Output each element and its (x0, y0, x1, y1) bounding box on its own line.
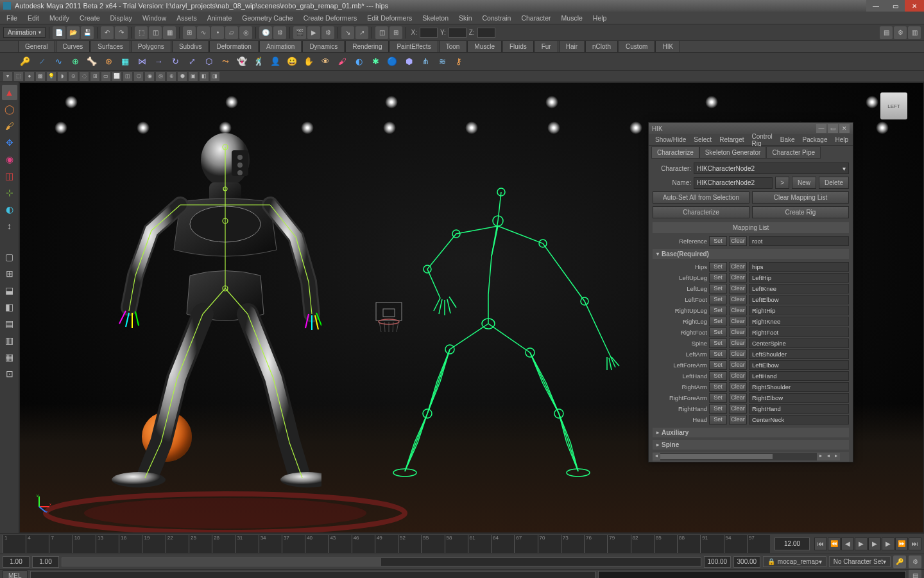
map-set-button[interactable]: Set (709, 295, 727, 304)
y-field[interactable] (449, 28, 466, 38)
joint-icon[interactable]: ⊕ (68, 55, 82, 69)
x-field[interactable] (420, 28, 438, 38)
maximize-button[interactable]: ▭ (886, 0, 905, 12)
map-clear-button[interactable]: Clear (729, 262, 747, 272)
menu-modify[interactable]: Modify (44, 12, 74, 24)
shelf-tab-surfaces[interactable]: Surfaces (90, 40, 130, 52)
face-icon[interactable]: 👁 (318, 55, 332, 69)
map-value-field[interactable]: CenterSpine (749, 338, 849, 348)
map-clear-button[interactable]: Clear (729, 295, 747, 304)
shelf-tab-polygons[interactable]: Polygons (131, 40, 171, 52)
xray-icon[interactable]: ◌ (80, 72, 89, 81)
lattice-icon[interactable]: ▦ (118, 55, 132, 69)
shelf-tab-hik[interactable]: HIK (655, 40, 680, 52)
shelf-tab-rendering[interactable]: Rendering (345, 40, 389, 52)
wireframe-icon[interactable]: ⬚ (14, 72, 23, 81)
blend-shape-icon[interactable]: ◐ (352, 55, 366, 69)
tool-settings-icon[interactable]: ⚙ (894, 26, 907, 39)
outliner-persp-icon[interactable]: ▤ (2, 316, 17, 331)
map-value-field[interactable]: RightShoulder (749, 382, 849, 392)
map-set-button[interactable]: Set (709, 328, 727, 337)
snap-plane-icon[interactable]: ▱ (225, 26, 238, 39)
shadows-icon[interactable]: ◗ (58, 72, 67, 81)
menu-create[interactable]: Create (74, 12, 105, 24)
map-set-button[interactable]: Set (709, 360, 727, 370)
menu-file[interactable]: File (1, 12, 22, 24)
map-set-button[interactable]: Set (709, 306, 727, 315)
mel-input[interactable] (30, 571, 595, 579)
mode-dropdown[interactable]: Animation (3, 27, 46, 38)
reference-clear-button[interactable]: Clear (729, 236, 747, 246)
menu-skeleton[interactable]: Skeleton (417, 12, 454, 24)
map-clear-button[interactable]: Clear (729, 404, 747, 414)
p19-icon[interactable]: ◧ (200, 72, 209, 81)
reference-field[interactable]: root (749, 236, 849, 246)
map-clear-button[interactable]: Clear (729, 393, 747, 403)
hik-menu-bake[interactable]: Bake (776, 135, 799, 144)
layout2-icon[interactable]: ⊞ (389, 26, 402, 39)
menu-character[interactable]: Character (516, 12, 556, 24)
hik-tab-skeleton-generator[interactable]: Skeleton Generator (699, 146, 767, 159)
shelf-tab-ncloth[interactable]: nCloth (585, 40, 618, 52)
map-set-button[interactable]: Set (709, 338, 727, 348)
map-clear-button[interactable]: Clear (729, 328, 747, 337)
map-clear-button[interactable]: Clear (729, 382, 747, 392)
move-tool-icon[interactable]: ✥ (2, 135, 17, 150)
shelf-tab-general[interactable]: General (18, 40, 55, 52)
menu-animate[interactable]: Animate (202, 12, 237, 24)
spine-section-header[interactable]: Spine (653, 440, 849, 450)
minimize-button[interactable]: — (866, 0, 886, 12)
menu-edit[interactable]: Edit (22, 12, 44, 24)
hik-tab-characterize[interactable]: Characterize (651, 146, 699, 159)
map-value-field[interactable]: hips (749, 262, 849, 272)
menu-help[interactable]: Help (588, 12, 612, 24)
play-back-button[interactable]: ▶ (855, 538, 868, 550)
map-clear-button[interactable]: Clear (729, 371, 747, 381)
textured-icon[interactable]: ▩ (36, 72, 45, 81)
base-section-header[interactable]: Base(Required) (653, 249, 849, 259)
render-settings-icon[interactable]: ⚙ (321, 26, 334, 39)
undo-icon[interactable]: ↶ (101, 26, 114, 39)
constraint-orient-icon[interactable]: ↻ (168, 55, 182, 69)
p15-icon[interactable]: ◎ (156, 72, 165, 81)
aux-section-header[interactable]: Auxiliary (653, 428, 849, 437)
paint-weights-icon[interactable]: 🖌 (335, 55, 349, 69)
map-set-button[interactable]: Set (709, 382, 727, 392)
step-forward-button[interactable]: ▶ (882, 538, 894, 550)
attr-editor-icon[interactable]: ▤ (880, 26, 893, 39)
scale-tool-icon[interactable]: ◫ (2, 168, 17, 184)
construction-history-icon[interactable]: ⚙ (273, 26, 286, 39)
lasso-tool-icon[interactable]: ◯ (2, 101, 17, 117)
shelf-tab-deformation[interactable]: Deformation (209, 40, 258, 52)
smooth-bind-icon[interactable]: ≋ (435, 55, 449, 69)
wrap-icon[interactable]: ⬢ (402, 55, 416, 69)
menu-constrain[interactable]: Constrain (477, 12, 516, 24)
map-set-button[interactable]: Set (709, 371, 727, 381)
rotate-tool-icon[interactable]: ◉ (2, 152, 17, 167)
hik-menu-retarget[interactable]: Retarget (715, 135, 748, 144)
hik-tab-character-pipe[interactable]: Character Pipe (766, 146, 821, 159)
map-value-field[interactable]: RightElbow (749, 393, 849, 403)
shaded-icon[interactable]: ● (25, 72, 34, 81)
head-icon[interactable]: 😀 (285, 55, 299, 69)
map-clear-button[interactable]: Clear (729, 338, 747, 348)
bodypart-icon[interactable]: 👤 (268, 55, 282, 69)
ipr-render-icon[interactable]: ▶ (307, 26, 320, 39)
hypershade-persp-icon[interactable]: ▦ (2, 349, 17, 365)
custom-layout-icon[interactable]: ⊡ (2, 366, 17, 381)
map-value-field[interactable]: RightFoot (749, 328, 849, 337)
p17-icon[interactable]: ⬢ (178, 72, 187, 81)
soft-mod-icon[interactable]: ◐ (2, 202, 17, 217)
map-clear-button[interactable]: Clear (729, 284, 747, 293)
map-set-button[interactable]: Set (709, 393, 727, 403)
map-clear-button[interactable]: Clear (729, 306, 747, 315)
current-time-field[interactable]: 12.00 (774, 538, 810, 550)
map-value-field[interactable]: LeftElbow (749, 360, 849, 370)
hik-menu-select[interactable]: Select (690, 135, 715, 144)
mel-label[interactable]: MEL (3, 570, 28, 578)
ik-handle-icon[interactable]: ⟋ (35, 55, 49, 69)
hik-menu-show-hide[interactable]: Show/Hide (651, 135, 690, 144)
open-scene-icon[interactable]: 📂 (67, 26, 80, 39)
menu-create-deformers[interactable]: Create Deformers (298, 12, 362, 24)
playback-end-field[interactable]: 100.00 (704, 556, 731, 568)
